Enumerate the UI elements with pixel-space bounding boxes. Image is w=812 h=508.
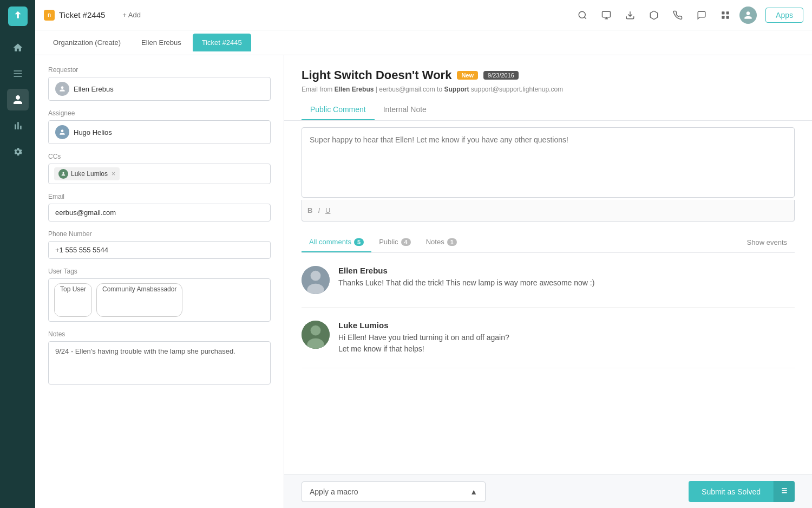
- notes-field[interactable]: 9/24 - Ellen's having trouble with the l…: [48, 341, 271, 385]
- tags-label: User Tags: [48, 268, 271, 275]
- download-icon[interactable]: [620, 5, 640, 25]
- tab-internal-note[interactable]: Internal Note: [375, 100, 435, 120]
- logo: [8, 6, 28, 26]
- submit-group: Submit as Solved: [689, 481, 795, 502]
- requestor-name: Ellen Erebus: [74, 85, 114, 93]
- comment-item: Luke Lumios Hi Ellen! Have you tried tur…: [302, 308, 795, 368]
- ticket-title: Light Switch Doesn't Work: [302, 68, 451, 82]
- svg-rect-2: [722, 11, 724, 14]
- show-events-button[interactable]: Show events: [739, 233, 795, 252]
- svg-rect-14: [782, 492, 787, 493]
- comment-author: Ellen Erebus: [338, 266, 594, 275]
- meta-to-label: Support: [444, 86, 469, 93]
- search-icon[interactable]: [573, 5, 592, 25]
- package-icon[interactable]: [644, 5, 664, 25]
- reply-area: B I U: [284, 121, 812, 230]
- phone-field[interactable]: +1 555 555 5544: [48, 241, 271, 259]
- bottom-bar: Apply a macro ▲ Submit as Solved: [284, 474, 812, 508]
- underline-icon[interactable]: U: [325, 206, 330, 214]
- comment-text: Hi Ellen! Have you tried turning it on a…: [338, 332, 509, 355]
- comment-author: Luke Lumios: [338, 321, 509, 330]
- submit-dropdown-button[interactable]: [774, 481, 795, 502]
- svg-rect-13: [782, 490, 787, 491]
- comment-avatar-ellen: [302, 266, 330, 294]
- user-avatar[interactable]: [739, 6, 757, 24]
- bold-icon[interactable]: B: [307, 206, 312, 214]
- date-badge: 9/23/2016: [483, 71, 519, 80]
- italic-icon[interactable]: I: [318, 206, 320, 214]
- comments-tabs-bar: All comments 5 Public 4 Notes 1 Show eve…: [302, 230, 795, 253]
- sidebar-item-tickets[interactable]: [7, 63, 29, 84]
- ticket-title-row: Light Switch Doesn't Work New 9/23/2016: [302, 68, 795, 82]
- reply-textarea[interactable]: [302, 127, 795, 198]
- svg-point-10: [311, 325, 321, 336]
- add-button[interactable]: + Add: [118, 9, 145, 21]
- tab-ticket[interactable]: Ticket #2445: [193, 34, 251, 51]
- ticket-header: Light Switch Doesn't Work New 9/23/2016 …: [284, 55, 812, 121]
- phone-label: Phone Number: [48, 230, 271, 238]
- chat-icon[interactable]: [692, 5, 711, 25]
- tab-organization[interactable]: Organization (Create): [44, 34, 130, 51]
- svg-rect-5: [726, 16, 729, 18]
- tab-public-comment[interactable]: Public Comment: [302, 100, 375, 120]
- filter-tab-notes[interactable]: Notes 1: [418, 232, 464, 252]
- requestor-label: Requestor: [48, 66, 271, 74]
- sidebar-item-home[interactable]: [7, 37, 29, 58]
- body-split: Requestor Ellen Erebus Assignee Hugo Hel…: [35, 55, 812, 508]
- comment-body: Ellen Erebus Thanks Luke! That did the t…: [338, 266, 594, 294]
- svg-rect-3: [726, 11, 729, 14]
- email-value: eerbus@gmail.com: [55, 209, 116, 217]
- ccs-field[interactable]: Luke Lumios ×: [48, 164, 271, 184]
- comment-body: Luke Lumios Hi Ellen! Have you tried tur…: [338, 321, 509, 355]
- meta-from: Ellen Erebus: [335, 86, 374, 93]
- assignee-name: Hugo Helios: [74, 128, 112, 136]
- email-label: Email: [48, 193, 271, 200]
- notes-count: 1: [447, 238, 457, 246]
- assignee-field[interactable]: Hugo Helios: [48, 120, 271, 144]
- grid-icon[interactable]: [716, 5, 735, 25]
- svg-point-0: [579, 11, 585, 18]
- tags-field[interactable]: Top User Community Amabassador: [48, 278, 271, 322]
- phone-icon[interactable]: [668, 5, 687, 25]
- comment-item: Ellen Erebus Thanks Luke! That did the t…: [302, 253, 795, 308]
- comment-tabs: Public Comment Internal Note: [302, 100, 795, 120]
- cc-avatar: [58, 169, 68, 179]
- sidebar-item-users[interactable]: [7, 89, 29, 110]
- assignee-avatar: [55, 125, 69, 139]
- macro-selector[interactable]: Apply a macro ▲: [302, 481, 486, 502]
- tag-ambassador: Community Amabassador: [96, 283, 182, 317]
- requestor-field[interactable]: Ellen Erebus: [48, 77, 271, 101]
- sidebar: [0, 0, 35, 508]
- main-content: n Ticket #2445 + Add Apps: [35, 0, 812, 508]
- ticket-meta: Email from Ellen Erebus | eerbus@gmail.c…: [302, 86, 795, 93]
- sidebar-item-reports[interactable]: [7, 115, 29, 136]
- cc-remove-button[interactable]: ×: [112, 170, 115, 178]
- sidebar-item-settings[interactable]: [7, 141, 29, 162]
- tab-ellen[interactable]: Ellen Erebus: [132, 34, 191, 51]
- right-panel: Light Switch Doesn't Work New 9/23/2016 …: [284, 55, 812, 508]
- ccs-label: CCs: [48, 153, 271, 160]
- tag-top-user: Top User: [54, 283, 92, 317]
- notes-label: Notes: [48, 330, 271, 338]
- requestor-avatar: [55, 82, 69, 96]
- submit-button[interactable]: Submit as Solved: [689, 481, 774, 502]
- all-count: 5: [354, 238, 364, 246]
- phone-value: +1 555 555 5544: [55, 246, 108, 254]
- meta-email: eerbus@gmail.com: [379, 86, 435, 93]
- apps-button[interactable]: Apps: [765, 8, 803, 23]
- assignee-label: Assignee: [48, 109, 271, 117]
- macro-chevron-icon: ▲: [470, 487, 477, 496]
- reply-toolbar: B I U: [302, 200, 795, 222]
- filter-tab-all[interactable]: All comments 5: [302, 232, 371, 252]
- topbar-ticket-title: Ticket #2445: [59, 10, 105, 19]
- svg-rect-12: [782, 488, 787, 489]
- notes-value: 9/24 - Ellen's having trouble with the l…: [55, 347, 235, 355]
- email-field[interactable]: eerbus@gmail.com: [48, 204, 271, 222]
- svg-rect-1: [603, 11, 611, 17]
- tabbar: Organization (Create) Ellen Erebus Ticke…: [35, 30, 812, 55]
- cc-name: Luke Lumios: [71, 170, 108, 178]
- monitor-icon[interactable]: [597, 5, 616, 25]
- filter-tab-public[interactable]: Public 4: [371, 232, 418, 252]
- cc-tag: Luke Lumios ×: [54, 167, 120, 180]
- meta-to-email: support@support.lightenup.com: [471, 86, 563, 93]
